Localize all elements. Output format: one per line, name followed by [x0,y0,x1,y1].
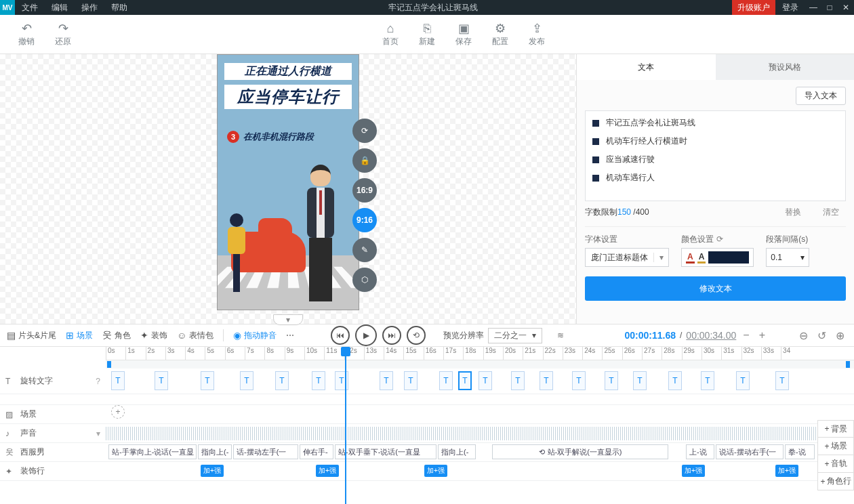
scene-button[interactable]: ⊞场景 [66,330,93,341]
text-clip[interactable]: T [775,371,789,390]
deco-clip[interactable]: 加+强 [682,465,705,477]
text-clip[interactable]: T [312,371,325,390]
tab-text[interactable]: 文本 [577,54,716,80]
ratio-9-16-button[interactable]: 9:16 [352,208,377,232]
char-clip[interactable]: 上-说 [686,444,714,459]
minimize-icon[interactable]: — [805,3,821,12]
char-clip[interactable]: 话-摆动左手(一 [233,444,298,459]
lock-icon[interactable]: 🔒 [352,148,377,173]
playhead[interactable] [345,347,346,504]
role-button[interactable]: 웃角色 [102,329,131,341]
char-clip[interactable]: 伸右手- [300,444,333,459]
char-clip[interactable]: 站-双手垂下-说话(一直显 [335,444,436,459]
text-clip[interactable]: T [275,371,289,390]
font-select[interactable]: 庞门正道标题体▾ [585,248,669,267]
text-item[interactable]: 应当减速行驶 [591,150,840,169]
menu-file[interactable]: 文件 [15,2,45,14]
zoom-out-icon[interactable]: ⊖ [796,329,811,342]
upgrade-button[interactable]: 升级账户 [732,0,775,15]
modify-text-button[interactable]: 修改文本 [585,276,846,301]
settings-icon[interactable]: ⬡ [352,268,377,292]
color-swatch[interactable] [708,251,749,264]
new-button[interactable]: ⎘新建 [409,21,445,47]
menu-help[interactable]: 帮助 [104,2,134,14]
loop-button[interactable]: ⟲ [407,326,426,345]
menu-edit[interactable]: 编辑 [45,2,75,14]
track-body[interactable]: 站-手掌向上-说话(一直显指向上(-话-摆动左手(一伸右手-站-双手垂下-说话(… [106,443,854,461]
menu-action[interactable]: 操作 [75,2,104,14]
deco-button[interactable]: ✦装饰 [140,330,167,341]
chevron-down-icon[interactable]: ▾ [96,429,100,438]
edit-icon[interactable]: ✎ [352,238,377,262]
text-clip[interactable]: T [633,371,647,390]
gap-spinner[interactable]: 0.1▾ [766,248,809,267]
char-clip[interactable]: 指向上(- [198,444,232,459]
redo-button[interactable]: ↷ 还原 [45,21,81,47]
headtail-button[interactable]: ▤片头&片尾 [7,330,56,341]
layers-icon[interactable]: ≋ [557,331,564,340]
preview-canvas[interactable]: 正在通过人行横道 应当停车让行 3 在机非机混行路段 [217,54,359,310]
text-clip[interactable]: T [380,371,393,390]
text-color-a-icon[interactable]: A [686,252,695,264]
text-clip[interactable]: T [404,371,418,390]
text-clip[interactable]: T [479,371,492,390]
range-handle-right[interactable] [846,361,850,368]
text-clip[interactable]: T [439,371,453,390]
text-color-b-icon[interactable]: A [697,252,706,264]
char-clip-stand[interactable]: ⟲站-双手解说(一直显示) [492,444,668,459]
text-clip[interactable]: T [335,371,348,390]
deco-clip[interactable]: 加+强 [201,465,224,477]
text-clip[interactable]: T [458,371,472,390]
preview-rate-select[interactable]: 二分之一▾ [488,328,542,343]
deco-clip[interactable]: 加+强 [775,465,798,477]
text-clip[interactable]: T [605,371,618,390]
track-body[interactable]: 🔇 [106,424,854,442]
clear-button[interactable]: 清空 [816,205,846,219]
maximize-icon[interactable]: □ [821,3,838,12]
char-clip[interactable]: 说话-摆动右手(一 [716,444,784,459]
text-clip[interactable]: T [668,371,682,390]
text-list[interactable]: 牢记五点学会礼让斑马线 机动车行经人行横道时 应当减速行驶 机动车遇行人 [585,110,846,201]
import-text-button[interactable]: 导入文本 [796,87,846,105]
undo-button[interactable]: ↶ 撤销 [8,21,45,47]
text-clip[interactable]: T [572,371,586,390]
color-select[interactable]: A A [681,248,754,267]
track-body[interactable]: TTTTTTTTTTTTTTTTTTTTT [106,369,854,394]
publish-button[interactable]: ⇪发布 [518,21,555,47]
text-clip[interactable]: T [155,371,168,390]
text-clip[interactable]: T [111,371,125,390]
zoom-reset-icon[interactable]: ↺ [815,329,829,342]
home-button[interactable]: ⌂首页 [372,21,409,47]
help-icon[interactable]: ? [96,377,100,386]
config-button[interactable]: ⚙配置 [482,21,518,47]
replace-button[interactable]: 替换 [778,205,808,219]
time-ruler[interactable]: 0s1s2s3s4s5s6s7s8s9s10s11s12s13s14s15s16… [106,347,854,360]
text-item[interactable]: 机动车遇行人 [591,169,840,187]
range-bar[interactable] [106,360,854,369]
refresh-icon[interactable]: ⟳ [352,119,377,143]
time-plus-icon[interactable]: + [756,329,768,341]
text-clip[interactable]: T [736,371,750,390]
text-item[interactable]: 牢记五点学会礼让斑马线 [591,114,840,132]
text-clip[interactable]: T [540,371,553,390]
ratio-16-9-button[interactable]: 16:9 [352,178,377,203]
time-minus-icon[interactable]: − [740,329,752,341]
add-role-button[interactable]: + 角色行 [817,473,854,490]
zoom-in-icon[interactable]: ⊕ [833,329,847,342]
text-clip[interactable]: T [511,371,525,390]
total-time[interactable]: 00:00:34.00 [686,330,736,341]
text-clip[interactable]: T [240,371,253,390]
add-scene-button[interactable]: + 场景 [817,438,854,455]
track-body[interactable]: + [106,405,854,423]
text-clip[interactable]: T [701,371,714,390]
refresh-icon[interactable]: ⟳ [716,234,723,244]
canvas-area[interactable]: 正在通过人行横道 应当停车让行 3 在机非机混行路段 ⟳ 🔒 16:9 9:16… [0,54,576,324]
save-button[interactable]: ▣保存 [445,21,482,47]
char-clip[interactable]: 站-手掌向上-说话(一直显 [108,444,197,459]
close-icon[interactable]: ✕ [838,3,854,12]
panel-collapse-handle[interactable]: ▾ [273,314,303,325]
add-scene-button[interactable]: + [111,405,125,419]
char-clip[interactable]: 拳-说 [785,444,815,459]
tab-preset[interactable]: 预设风格 [716,54,855,80]
waveform[interactable] [106,427,854,440]
